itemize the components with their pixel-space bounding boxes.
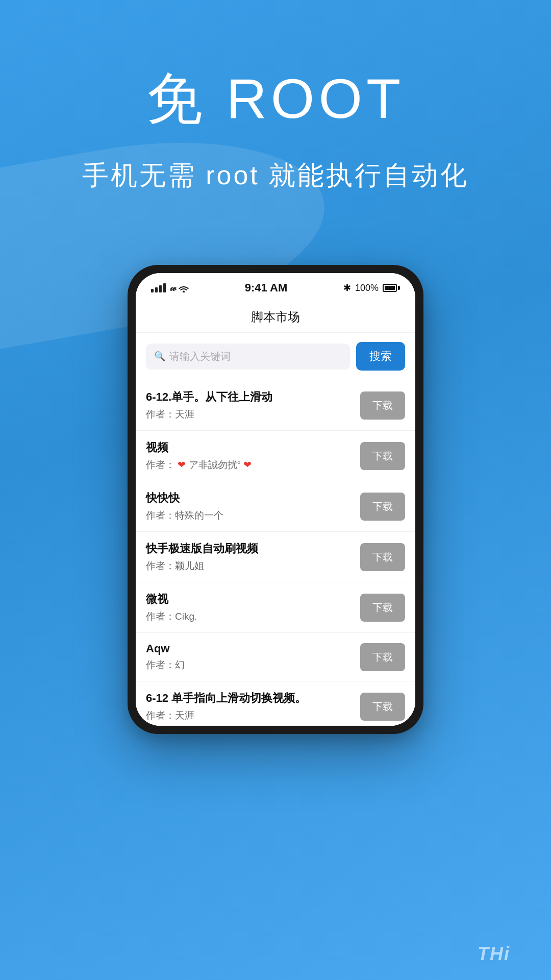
search-icon: 🔍 bbox=[154, 351, 165, 362]
script-info: 快手极速版自动刷视频 作者：颖儿姐 bbox=[146, 541, 360, 573]
script-author: 作者：幻 bbox=[146, 658, 352, 672]
download-button[interactable]: 下载 bbox=[360, 693, 405, 721]
script-info: 6-12.单手。从下往上滑动 作者：天涯 bbox=[146, 389, 360, 421]
script-info: Aqw 作者：幻 bbox=[146, 642, 360, 672]
phone-screen: 𝓌 9:41 AM ✱ 100% bbox=[136, 273, 415, 726]
battery-percent: 100% bbox=[355, 283, 379, 293]
script-author: 作者：天涯 bbox=[146, 709, 352, 722]
script-name: 快手极速版自动刷视频 bbox=[146, 541, 352, 556]
download-button[interactable]: 下载 bbox=[360, 643, 405, 671]
script-name: 快快快 bbox=[146, 491, 352, 506]
script-name: 微视 bbox=[146, 592, 352, 607]
script-info: 视频 作者： ❤ ︎ア非誠勿扰° ❤ bbox=[146, 440, 360, 472]
bottom-watermark: THi bbox=[478, 943, 510, 965]
search-input-wrap[interactable]: 🔍 请输入关键词 bbox=[146, 344, 350, 370]
script-name: 6-12.单手。从下往上滑动 bbox=[146, 389, 352, 405]
script-author: 作者：特殊的一个 bbox=[146, 509, 352, 522]
heart-icon-left: ❤ bbox=[178, 459, 186, 470]
script-author: 作者：天涯 bbox=[146, 408, 352, 421]
hero-title: 免 ROOT bbox=[146, 61, 405, 137]
search-row: 🔍 请输入关键词 搜索 bbox=[136, 333, 415, 380]
download-button[interactable]: 下载 bbox=[360, 543, 405, 571]
download-button[interactable]: 下载 bbox=[360, 493, 405, 521]
script-name: Aqw bbox=[146, 642, 352, 655]
script-name: 6-12 单手指向上滑动切换视频。 bbox=[146, 691, 352, 706]
hero-subtitle: 手机无需 root 就能执行自动化 bbox=[82, 158, 469, 193]
download-button[interactable]: 下载 bbox=[360, 442, 405, 470]
list-item: 快手极速版自动刷视频 作者：颖儿姐 下载 bbox=[136, 532, 415, 582]
wifi-icon: 𝓌 bbox=[170, 283, 189, 293]
app-header-title: 脚本市场 bbox=[136, 300, 415, 333]
list-item: 视频 作者： ❤ ︎ア非誠勿扰° ❤ 下载 bbox=[136, 431, 415, 481]
bluetooth-icon: ✱ bbox=[343, 282, 351, 293]
script-list: 6-12.单手。从下往上滑动 作者：天涯 下载 视频 作者： ❤ ︎ア非 bbox=[136, 380, 415, 726]
script-info: 快快快 作者：特殊的一个 bbox=[146, 491, 360, 522]
script-info: 6-12 单手指向上滑动切换视频。 作者：天涯 bbox=[146, 691, 360, 722]
phone-mockup: 𝓌 9:41 AM ✱ 100% bbox=[128, 265, 423, 734]
script-author: 作者： ❤ ︎ア非誠勿扰° ❤ bbox=[146, 458, 352, 472]
list-item: 6-12 单手指向上滑动切换视频。 作者：天涯 下载 bbox=[136, 681, 415, 726]
script-author: 作者：Cikg. bbox=[146, 610, 352, 623]
status-time: 9:41 AM bbox=[245, 281, 288, 295]
script-name: 视频 bbox=[146, 440, 352, 455]
hero-section: 免 ROOT 手机无需 root 就能执行自动化 bbox=[0, 0, 551, 234]
search-button[interactable]: 搜索 bbox=[356, 342, 405, 371]
download-button[interactable]: 下载 bbox=[360, 391, 405, 420]
status-right: ✱ 100% bbox=[343, 282, 400, 293]
script-info: 微视 作者：Cikg. bbox=[146, 592, 360, 623]
page-background: 免 ROOT 手机无需 root 就能执行自动化 𝓌 bbox=[0, 0, 551, 980]
list-item: Aqw 作者：幻 下载 bbox=[136, 633, 415, 681]
status-left: 𝓌 bbox=[151, 283, 189, 293]
battery-icon bbox=[383, 284, 400, 292]
download-button[interactable]: 下载 bbox=[360, 594, 405, 622]
status-bar: 𝓌 9:41 AM ✱ 100% bbox=[136, 273, 415, 300]
search-placeholder: 请输入关键词 bbox=[169, 350, 231, 363]
signal-icon bbox=[151, 283, 166, 292]
list-item: 快快快 作者：特殊的一个 下载 bbox=[136, 481, 415, 532]
list-item: 6-12.单手。从下往上滑动 作者：天涯 下载 bbox=[136, 380, 415, 431]
script-author: 作者：颖儿姐 bbox=[146, 559, 352, 573]
heart-icon-right: ❤ bbox=[243, 459, 252, 470]
list-item: 微视 作者：Cikg. 下载 bbox=[136, 582, 415, 633]
phone-frame: 𝓌 9:41 AM ✱ 100% bbox=[128, 265, 423, 734]
